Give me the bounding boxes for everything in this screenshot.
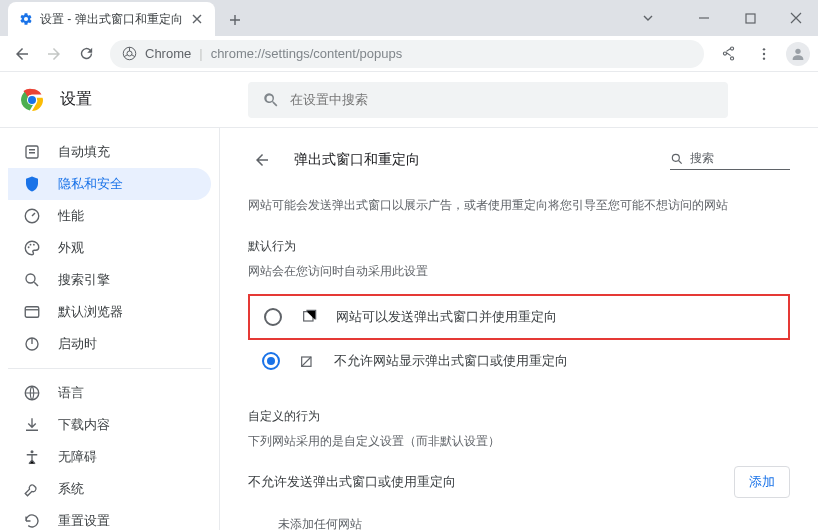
svg-point-2: [127, 51, 132, 56]
reset-icon: [22, 511, 42, 530]
popup-allow-icon: [300, 308, 318, 326]
radio-block-popups[interactable]: 不允许网站显示弹出式窗口或使用重定向: [248, 340, 790, 382]
settings-header: 设置: [0, 72, 818, 128]
sidebar-item-search-engine[interactable]: 搜索引擎: [8, 264, 211, 296]
svg-point-16: [30, 244, 32, 246]
close-window-button[interactable]: [782, 4, 810, 32]
svg-point-7: [763, 52, 765, 54]
sidebar-item-appearance[interactable]: 外观: [8, 232, 211, 264]
svg-rect-19: [25, 307, 39, 318]
sidebar-item-privacy[interactable]: 隐私和安全: [8, 168, 211, 200]
autofill-icon: [22, 142, 42, 162]
sidebar-item-startup[interactable]: 启动时: [8, 328, 211, 360]
search-icon: [22, 270, 42, 290]
search-icon: [262, 91, 280, 109]
chevron-down-icon[interactable]: [634, 4, 662, 32]
popup-block-icon: [298, 352, 316, 370]
globe-icon: [22, 383, 42, 403]
svg-point-4: [723, 52, 726, 55]
window-titlebar: 设置 - 弹出式窗口和重定向: [0, 0, 818, 36]
svg-point-23: [672, 154, 679, 161]
power-icon: [22, 334, 42, 354]
sidebar-label: 启动时: [58, 335, 97, 353]
sidebar-label: 下载内容: [58, 416, 110, 434]
settings-title: 设置: [60, 89, 92, 110]
chrome-logo: [20, 88, 44, 112]
sidebar-label: 系统: [58, 480, 84, 498]
profile-avatar[interactable]: [786, 42, 810, 66]
add-site-button[interactable]: 添加: [734, 466, 790, 498]
settings-sidebar: 自动填充 隐私和安全 性能 外观 搜索引擎 默认浏览器 启动时 语言: [0, 128, 220, 530]
svg-point-5: [730, 57, 733, 60]
page-title: 弹出式窗口和重定向: [294, 151, 652, 169]
url-separator: |: [199, 46, 202, 61]
back-button[interactable]: [8, 40, 36, 68]
sidebar-label: 隐私和安全: [58, 175, 123, 193]
svg-point-18: [26, 274, 35, 283]
sidebar-label: 重置设置: [58, 512, 110, 530]
sidebar-item-performance[interactable]: 性能: [8, 200, 211, 232]
svg-point-12: [28, 96, 36, 104]
share-icon[interactable]: [714, 40, 742, 68]
sidebar-item-default-browser[interactable]: 默认浏览器: [8, 296, 211, 328]
new-tab-button[interactable]: [221, 6, 249, 34]
custom-behavior-label: 自定义的行为: [248, 408, 790, 425]
maximize-button[interactable]: [736, 4, 764, 32]
sidebar-label: 语言: [58, 384, 84, 402]
radio-button-checked[interactable]: [262, 352, 280, 370]
search-icon: [670, 152, 684, 166]
sidebar-label: 默认浏览器: [58, 303, 123, 321]
gear-icon: [18, 11, 34, 27]
radio-button-unchecked[interactable]: [264, 308, 282, 326]
sidebar-item-downloads[interactable]: 下载内容: [8, 409, 211, 441]
radio-block-label: 不允许网站显示弹出式窗口或使用重定向: [334, 352, 568, 370]
accessibility-icon: [22, 447, 42, 467]
block-section-label: 不允许发送弹出式窗口或使用重定向: [248, 473, 456, 491]
wrench-icon: [22, 479, 42, 499]
empty-list-text: 未添加任何网站: [248, 516, 790, 530]
content-search[interactable]: 搜索: [670, 150, 790, 170]
sidebar-item-reset[interactable]: 重置设置: [8, 505, 211, 530]
sidebar-item-accessibility[interactable]: 无障碍: [8, 441, 211, 473]
sidebar-label: 外观: [58, 239, 84, 257]
palette-icon: [22, 238, 42, 258]
sidebar-item-autofill[interactable]: 自动填充: [8, 136, 211, 168]
url-origin: Chrome: [145, 46, 191, 61]
minimize-button[interactable]: [690, 4, 718, 32]
url-input[interactable]: Chrome | chrome://settings/content/popup…: [110, 40, 704, 68]
radio-allow-popups[interactable]: 网站可以发送弹出式窗口并使用重定向: [248, 294, 790, 340]
performance-icon: [22, 206, 42, 226]
sidebar-label: 自动填充: [58, 143, 110, 161]
radio-allow-label: 网站可以发送弹出式窗口并使用重定向: [336, 308, 557, 326]
browser-tab[interactable]: 设置 - 弹出式窗口和重定向: [8, 2, 215, 36]
settings-search-input[interactable]: [290, 92, 714, 107]
content-search-label: 搜索: [690, 150, 714, 167]
svg-rect-13: [26, 146, 38, 158]
menu-icon[interactable]: [750, 40, 778, 68]
download-icon: [22, 415, 42, 435]
close-icon[interactable]: [189, 11, 205, 27]
svg-point-17: [33, 244, 35, 246]
content-back-button[interactable]: [248, 146, 276, 174]
svg-point-9: [795, 48, 800, 53]
sidebar-label: 搜索引擎: [58, 271, 110, 289]
reload-button[interactable]: [72, 40, 100, 68]
browser-icon: [22, 302, 42, 322]
svg-rect-0: [746, 14, 755, 23]
settings-content: 弹出式窗口和重定向 搜索 网站可能会发送弹出式窗口以展示广告，或者使用重定向将您…: [220, 128, 818, 530]
shield-icon: [22, 174, 42, 194]
svg-point-22: [31, 450, 34, 453]
url-path: chrome://settings/content/popups: [211, 46, 403, 61]
sidebar-label: 无障碍: [58, 448, 97, 466]
default-behavior-sub: 网站会在您访问时自动采用此设置: [248, 263, 790, 280]
svg-point-15: [28, 246, 30, 248]
page-description: 网站可能会发送弹出式窗口以展示广告，或者使用重定向将您引导至您可能不想访问的网站: [248, 196, 790, 214]
sidebar-item-language[interactable]: 语言: [8, 377, 211, 409]
settings-search[interactable]: [248, 82, 728, 118]
tab-title: 设置 - 弹出式窗口和重定向: [40, 11, 183, 28]
sidebar-item-system[interactable]: 系统: [8, 473, 211, 505]
svg-point-6: [763, 48, 765, 50]
address-bar: Chrome | chrome://settings/content/popup…: [0, 36, 818, 72]
svg-point-3: [730, 47, 733, 50]
forward-button[interactable]: [40, 40, 68, 68]
